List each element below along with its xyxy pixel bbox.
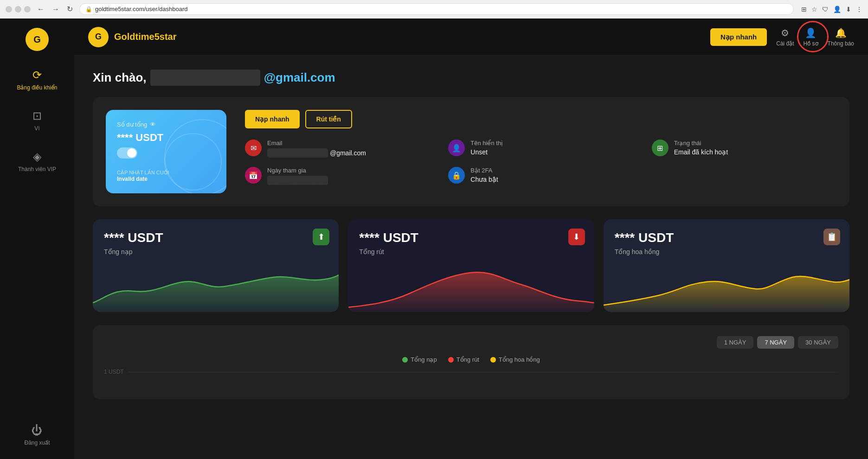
back-btn[interactable]: ← bbox=[34, 4, 47, 14]
toggle-switch[interactable] bbox=[117, 147, 137, 159]
menu-btn[interactable]: ⋮ bbox=[856, 6, 862, 13]
chart-section: 1 NGÀY 7 NGÀY 30 NGÀY Tổng nạp Tổng rút bbox=[93, 325, 849, 399]
2fa-content: Bật 2FA Chưa bật bbox=[470, 167, 498, 183]
browser-nav: ← → ↻ bbox=[34, 4, 76, 14]
2fa-icon: 🔒 bbox=[448, 167, 465, 184]
browser-min-btn[interactable] bbox=[15, 6, 21, 13]
email-suffix: @gmail.com bbox=[330, 149, 366, 157]
nap-nhanh-profile-btn[interactable]: Nạp nhanh bbox=[245, 110, 300, 128]
legend-dot-green bbox=[402, 357, 408, 363]
shield-btn[interactable]: 🛡 bbox=[822, 6, 829, 13]
balance-card: Số dư tổng 👁 **** USDT CẬP NHẬT LẦN CUỐI bbox=[106, 110, 226, 193]
tong-rut-label: Tổng rút bbox=[359, 248, 583, 255]
tong-rut-chart bbox=[348, 266, 594, 312]
header-cai-dat[interactable]: ⚙ Cài đặt bbox=[776, 27, 794, 47]
profile-btn[interactable]: 👤 bbox=[833, 6, 841, 13]
chart-legend: Tổng nạp Tổng rút Tổng hoa hồng bbox=[104, 356, 838, 363]
profile-field-2fa: 🔒 Bật 2FA Chưa bật bbox=[448, 167, 633, 185]
welcome-email: @gmail.com bbox=[264, 70, 335, 85]
header-ho-so[interactable]: 👤 Hồ sơ bbox=[804, 27, 818, 47]
profile-field-trang-thai: ⊞ Trạng thái Email đã kích hoạt bbox=[652, 140, 836, 158]
ten-hien-thi-icon: 👤 bbox=[448, 140, 465, 156]
legend-tong-rut: Tổng rút bbox=[448, 356, 479, 363]
tong-rut-title: **** USDT bbox=[359, 230, 583, 245]
top-header: G Goldtime5star Nạp nhanh ⚙ Cài đặt 👤 Hồ… bbox=[74, 19, 868, 56]
sidebar-item-wallet-label: Ví bbox=[34, 125, 39, 132]
profile-info: Nạp nhanh Rút tiền ✉ Email ████████████ … bbox=[245, 110, 836, 193]
reload-btn[interactable]: ↻ bbox=[64, 4, 76, 14]
profile-actions: Nạp nhanh Rút tiền bbox=[245, 110, 836, 128]
lock-icon: 🔒 bbox=[85, 6, 92, 13]
ngay-tham-gia-value: ████████████ bbox=[267, 176, 328, 185]
browser-close-btn[interactable] bbox=[6, 6, 12, 13]
ten-hien-thi-value: Unset bbox=[470, 148, 503, 156]
legend-tong-nap: Tổng nạp bbox=[402, 356, 437, 363]
profile-field-ngay-tham-gia: 📅 Ngày tham gia ████████████ bbox=[245, 167, 430, 185]
tong-nap-chart bbox=[93, 266, 339, 312]
period-7day-btn[interactable]: 7 NGÀY bbox=[757, 336, 794, 349]
email-label: Email bbox=[267, 140, 366, 147]
ten-hien-thi-label: Tên hiển thị bbox=[470, 140, 503, 147]
legend-tong-nap-label: Tổng nạp bbox=[411, 356, 437, 363]
profile-field-email: ✉ Email ████████████ @gmail.com bbox=[245, 140, 430, 158]
logo-letter: G bbox=[33, 34, 41, 45]
rut-tien-btn[interactable]: Rút tiền bbox=[305, 110, 352, 128]
balance-label-text: Số dư tổng bbox=[117, 121, 147, 128]
period-1day-btn[interactable]: 1 NGÀY bbox=[717, 336, 754, 349]
sidebar-item-dashboard[interactable]: ⟳ Bảng điều khiển bbox=[0, 65, 74, 95]
address-bar[interactable]: 🔒 goldtime5star.com/user/dashboard bbox=[79, 3, 794, 15]
balance-footer: CẬP NHẬT LẦN CUỐI Invalid date bbox=[117, 170, 215, 182]
ngay-tham-gia-masked: ████████████ bbox=[267, 176, 328, 185]
chart-axis: 1 USDT bbox=[104, 369, 838, 375]
period-30day-btn[interactable]: 30 NGÀY bbox=[798, 336, 838, 349]
balance-update-label: CẬP NHẬT LẦN CUỐI bbox=[117, 170, 215, 176]
thong-bao-icon: 🔔 bbox=[835, 27, 847, 38]
tong-hoa-hong-chart bbox=[604, 266, 849, 312]
tong-nap-title: **** USDT bbox=[104, 230, 328, 245]
cai-dat-icon: ⚙ bbox=[781, 27, 789, 38]
email-masked: ████████████ bbox=[267, 148, 328, 158]
forward-btn[interactable]: → bbox=[49, 4, 62, 14]
main-content: G Goldtime5star Nạp nhanh ⚙ Cài đặt 👤 Hồ… bbox=[74, 19, 868, 459]
logout-icon: ⏻ bbox=[32, 424, 43, 437]
balance-toggle[interactable] bbox=[117, 147, 215, 159]
tong-nap-label: Tổng nạp bbox=[104, 248, 328, 255]
header-nap-nhanh-btn[interactable]: Nạp nhanh bbox=[710, 28, 767, 46]
logout-label: Đăng xuất bbox=[24, 440, 50, 446]
browser-max-btn[interactable] bbox=[24, 6, 31, 13]
ten-hien-thi-content: Tên hiển thị Unset bbox=[470, 140, 503, 156]
app-container: G ⟳ Bảng điều khiển ⊡ Ví ◈ Thành viên VI… bbox=[0, 19, 868, 459]
sidebar-item-dashboard-label: Bảng điều khiển bbox=[17, 84, 57, 91]
legend-tong-rut-label: Tổng rút bbox=[457, 356, 479, 363]
sidebar: G ⟳ Bảng điều khiển ⊡ Ví ◈ Thành viên VI… bbox=[0, 19, 74, 459]
sidebar-item-wallet[interactable]: ⊡ Ví bbox=[0, 106, 74, 135]
header-logo-letter: G bbox=[95, 32, 102, 42]
ho-so-label: Hồ sơ bbox=[804, 40, 818, 47]
legend-tong-hoa-hong-label: Tổng hoa hồng bbox=[499, 356, 540, 363]
url-text: goldtime5star.com/user/dashboard bbox=[95, 6, 187, 13]
page-content: Xin chào, ████████████ @gmail.com Số dư … bbox=[74, 56, 868, 413]
thong-bao-label: Thông báo bbox=[828, 40, 854, 47]
sidebar-logout[interactable]: ⏻ Đăng xuất bbox=[20, 420, 53, 450]
bookmark-btn[interactable]: ☆ bbox=[811, 6, 817, 13]
legend-dot-red bbox=[448, 357, 454, 363]
balance-amount: **** USDT bbox=[117, 132, 215, 144]
legend-tong-hoa-hong: Tổng hoa hồng bbox=[490, 356, 540, 363]
download-btn[interactable]: ⬇ bbox=[846, 6, 851, 13]
eye-icon: 👁 bbox=[150, 121, 156, 128]
email-value: ████████████ @gmail.com bbox=[267, 148, 366, 158]
stat-card-tong-rut: **** USDT Tổng rút ⬇ bbox=[348, 219, 594, 312]
tong-nap-icon: ⬆ bbox=[313, 229, 329, 245]
dashboard-icon: ⟳ bbox=[32, 69, 42, 82]
ngay-tham-gia-content: Ngày tham gia ████████████ bbox=[267, 167, 328, 185]
sidebar-logo: G bbox=[26, 28, 49, 51]
chart-baseline bbox=[128, 372, 838, 372]
toggle-knob bbox=[127, 148, 136, 158]
y-axis-label: 1 USDT bbox=[104, 369, 124, 375]
ho-so-icon: 👤 bbox=[805, 27, 817, 38]
sidebar-item-vip-label: Thành viên VIP bbox=[18, 166, 56, 172]
header-thong-bao[interactable]: 🔔 Thông báo bbox=[828, 27, 854, 47]
extensions-btn[interactable]: ⊞ bbox=[801, 6, 807, 13]
browser-chrome: ← → ↻ 🔒 goldtime5star.com/user/dashboard… bbox=[0, 0, 868, 19]
sidebar-item-vip[interactable]: ◈ Thành viên VIP bbox=[0, 147, 74, 176]
